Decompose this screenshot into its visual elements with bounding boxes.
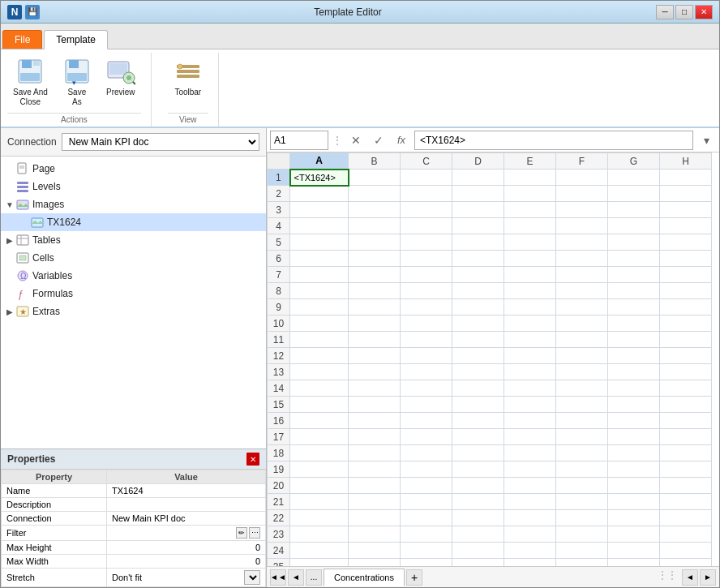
grid-cell-E12[interactable]: [504, 348, 556, 364]
col-header-E[interactable]: E: [504, 153, 556, 170]
grid-cell-H24[interactable]: [660, 543, 712, 559]
grid-cell-D23[interactable]: [452, 526, 504, 543]
grid-cell-G7[interactable]: [608, 267, 660, 283]
grid-cell-F4[interactable]: [556, 218, 608, 234]
add-sheet-button[interactable]: +: [406, 569, 422, 586]
grid-cell-H23[interactable]: [660, 526, 712, 543]
grid-cell-H14[interactable]: [660, 380, 712, 397]
formula-dropdown-button[interactable]: ▾: [696, 131, 716, 150]
grid-cell-D15[interactable]: [452, 397, 504, 413]
grid-cell-A1[interactable]: <TX1624>: [290, 170, 349, 186]
grid-cell-G13[interactable]: [608, 364, 660, 380]
grid-cell-E10[interactable]: [504, 315, 556, 332]
grid-cell-G9[interactable]: [608, 299, 660, 315]
grid-cell-A9[interactable]: [290, 299, 349, 315]
grid-cell-H20[interactable]: [660, 478, 712, 494]
grid-cell-H11[interactable]: [660, 332, 712, 348]
grid-cell-F9[interactable]: [556, 299, 608, 315]
grid-cell-F2[interactable]: [556, 186, 608, 202]
grid-cell-C19[interactable]: [401, 461, 452, 478]
grid-cell-H6[interactable]: [660, 251, 712, 267]
tree-item-images[interactable]: ▼ Images: [1, 195, 266, 213]
grid-cell-E16[interactable]: [504, 413, 556, 429]
sheet-nav-prev[interactable]: ◄: [288, 569, 304, 586]
grid-cell-F22[interactable]: [556, 510, 608, 526]
grid-cell-B10[interactable]: [349, 315, 401, 332]
tree-item-formulas[interactable]: ƒ Formulas: [1, 285, 266, 303]
col-header-F[interactable]: F: [556, 153, 608, 170]
grid-cell-D19[interactable]: [452, 461, 504, 478]
grid-cell-G17[interactable]: [608, 429, 660, 445]
grid-cell-B12[interactable]: [349, 348, 401, 364]
filter-edit-button[interactable]: ✏: [236, 527, 247, 539]
col-header-D[interactable]: D: [452, 153, 504, 170]
sheet-nav-first[interactable]: ◄◄: [270, 569, 286, 586]
cell-ref-input[interactable]: [270, 131, 328, 150]
grid-cell-C8[interactable]: [401, 283, 452, 299]
row-header-10[interactable]: 10: [268, 315, 290, 332]
grid-container[interactable]: A B C D E F G H 1<TX1624>234567891011121…: [267, 152, 719, 566]
grid-cell-D20[interactable]: [452, 478, 504, 494]
row-header-8[interactable]: 8: [268, 283, 290, 299]
prop-maxwidth-value[interactable]: 0: [107, 555, 266, 569]
row-header-24[interactable]: 24: [268, 543, 290, 559]
grid-cell-B14[interactable]: [349, 380, 401, 397]
grid-cell-H18[interactable]: [660, 445, 712, 461]
row-header-1[interactable]: 1: [268, 170, 290, 186]
grid-cell-G2[interactable]: [608, 186, 660, 202]
grid-cell-A11[interactable]: [290, 332, 349, 348]
grid-cell-A8[interactable]: [290, 283, 349, 299]
grid-cell-C5[interactable]: [401, 234, 452, 251]
grid-cell-F3[interactable]: [556, 202, 608, 218]
grid-cell-A22[interactable]: [290, 510, 349, 526]
grid-cell-D12[interactable]: [452, 348, 504, 364]
grid-cell-B23[interactable]: [349, 526, 401, 543]
fx-button[interactable]: fx: [392, 131, 411, 150]
grid-cell-E7[interactable]: [504, 267, 556, 283]
grid-cell-B22[interactable]: [349, 510, 401, 526]
grid-cell-D17[interactable]: [452, 429, 504, 445]
grid-cell-B15[interactable]: [349, 397, 401, 413]
row-header-16[interactable]: 16: [268, 413, 290, 429]
grid-cell-C6[interactable]: [401, 251, 452, 267]
tree-item-extras[interactable]: ▶ ★ Extras: [1, 303, 266, 320]
grid-cell-B24[interactable]: [349, 543, 401, 559]
row-header-11[interactable]: 11: [268, 332, 290, 348]
grid-cell-G6[interactable]: [608, 251, 660, 267]
grid-cell-G25[interactable]: [608, 559, 660, 567]
grid-cell-A19[interactable]: [290, 461, 349, 478]
grid-cell-H10[interactable]: [660, 315, 712, 332]
grid-cell-G15[interactable]: [608, 397, 660, 413]
row-header-18[interactable]: 18: [268, 445, 290, 461]
grid-cell-A2[interactable]: [290, 186, 349, 202]
grid-cell-E11[interactable]: [504, 332, 556, 348]
col-header-H[interactable]: H: [660, 153, 712, 170]
grid-cell-H5[interactable]: [660, 234, 712, 251]
grid-cell-F20[interactable]: [556, 478, 608, 494]
grid-cell-A16[interactable]: [290, 413, 349, 429]
grid-cell-B11[interactable]: [349, 332, 401, 348]
grid-cell-A4[interactable]: [290, 218, 349, 234]
grid-cell-A20[interactable]: [290, 478, 349, 494]
save-as-button[interactable]: ▾ SaveAs: [57, 53, 97, 111]
grid-cell-G1[interactable]: [608, 170, 660, 186]
grid-cell-D7[interactable]: [452, 267, 504, 283]
grid-cell-F18[interactable]: [556, 445, 608, 461]
grid-cell-E15[interactable]: [504, 397, 556, 413]
grid-cell-D1[interactable]: [452, 170, 504, 186]
grid-cell-F21[interactable]: [556, 494, 608, 510]
grid-cell-A25[interactable]: [290, 559, 349, 567]
grid-cell-F6[interactable]: [556, 251, 608, 267]
grid-cell-H4[interactable]: [660, 218, 712, 234]
row-header-15[interactable]: 15: [268, 397, 290, 413]
grid-cell-B4[interactable]: [349, 218, 401, 234]
grid-cell-D22[interactable]: [452, 510, 504, 526]
grid-cell-B3[interactable]: [349, 202, 401, 218]
prop-name-value[interactable]: TX1624: [107, 484, 266, 498]
grid-cell-E14[interactable]: [504, 380, 556, 397]
prop-connection-value[interactable]: New Main KPI doc: [107, 512, 266, 526]
quick-save-icon[interactable]: 💾: [25, 5, 40, 19]
cancel-formula-button[interactable]: ✕: [346, 131, 366, 150]
images-expand-icon[interactable]: ▼: [4, 200, 15, 209]
grid-cell-G10[interactable]: [608, 315, 660, 332]
